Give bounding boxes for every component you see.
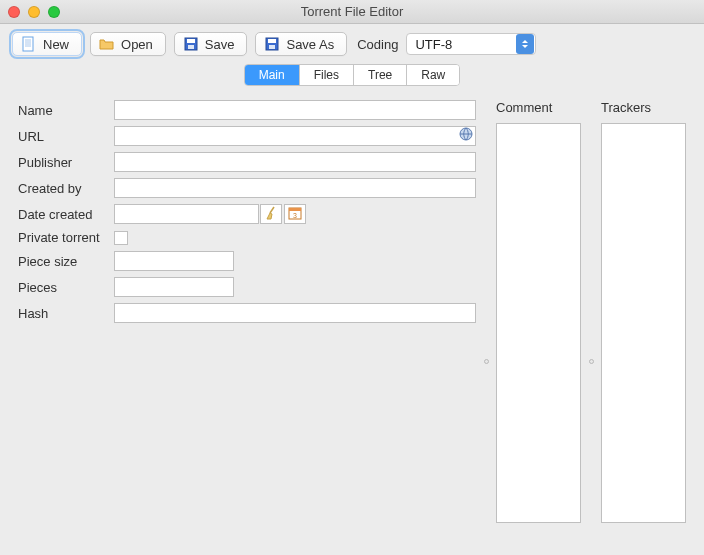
piecesize-input[interactable]: [114, 251, 234, 271]
row-name: Name: [18, 100, 476, 120]
pieces-input[interactable]: [114, 277, 234, 297]
private-checkbox[interactable]: [114, 231, 128, 245]
save-button[interactable]: Save: [174, 32, 248, 56]
resizer-handle-icon: [484, 359, 489, 364]
broom-icon: [265, 206, 277, 223]
tab-main[interactable]: Main: [245, 65, 300, 85]
publisher-label: Publisher: [18, 155, 114, 170]
close-window-button[interactable]: [8, 6, 20, 18]
url-input[interactable]: [114, 126, 476, 146]
svg-line-12: [270, 207, 274, 213]
pane-resizer[interactable]: [587, 100, 595, 523]
datecreated-input[interactable]: [114, 204, 259, 224]
pane-resizer[interactable]: [482, 100, 490, 523]
createdby-input[interactable]: [114, 178, 476, 198]
window-controls: [8, 6, 60, 18]
row-pieces: Pieces: [18, 277, 476, 297]
pieces-label: Pieces: [18, 280, 114, 295]
publisher-input[interactable]: [114, 152, 476, 172]
name-label: Name: [18, 103, 114, 118]
comment-column: Comment: [496, 100, 581, 523]
datecreated-label: Date created: [18, 207, 114, 222]
new-button[interactable]: New: [12, 32, 82, 56]
minimize-window-button[interactable]: [28, 6, 40, 18]
comment-header: Comment: [496, 100, 581, 115]
saveas-button[interactable]: Save As: [255, 32, 347, 56]
private-label: Private torrent: [18, 230, 114, 245]
coding-select-value: UTF-8: [407, 37, 515, 52]
saveas-button-label: Save As: [286, 37, 334, 52]
content: Name URL Publisher Created by Date: [0, 90, 704, 541]
trackers-header: Trackers: [601, 100, 686, 115]
piecesize-label: Piece size: [18, 254, 114, 269]
row-datecreated: Date created 3: [18, 204, 476, 224]
createdby-label: Created by: [18, 181, 114, 196]
svg-rect-9: [268, 39, 276, 43]
svg-rect-7: [188, 45, 194, 49]
svg-rect-14: [289, 208, 301, 211]
tabgroup: Main Files Tree Raw: [244, 64, 461, 86]
tab-raw[interactable]: Raw: [407, 65, 459, 85]
datecreated-calendar-button[interactable]: 3: [284, 204, 306, 224]
trackers-textarea[interactable]: [601, 123, 686, 523]
tab-tree[interactable]: Tree: [354, 65, 407, 85]
coding-label: Coding: [357, 37, 398, 52]
folder-icon: [99, 36, 115, 52]
titlebar: Torrent File Editor: [0, 0, 704, 24]
tab-files[interactable]: Files: [300, 65, 354, 85]
calendar-icon: 3: [288, 206, 302, 223]
maximize-window-button[interactable]: [48, 6, 60, 18]
url-browse-button[interactable]: [458, 127, 474, 143]
hash-input[interactable]: [114, 303, 476, 323]
row-createdby: Created by: [18, 178, 476, 198]
new-button-label: New: [43, 37, 69, 52]
form-area: Name URL Publisher Created by Date: [18, 100, 476, 523]
svg-rect-10: [269, 45, 275, 49]
floppy-icon: [183, 36, 199, 52]
row-hash: Hash: [18, 303, 476, 323]
floppy-icon: [264, 36, 280, 52]
save-button-label: Save: [205, 37, 235, 52]
window-title: Torrent File Editor: [0, 4, 704, 19]
datecreated-clear-button[interactable]: [260, 204, 282, 224]
row-publisher: Publisher: [18, 152, 476, 172]
name-input[interactable]: [114, 100, 476, 120]
hash-label: Hash: [18, 306, 114, 321]
coding-select[interactable]: UTF-8: [406, 33, 536, 55]
row-private: Private torrent: [18, 230, 476, 245]
resizer-handle-icon: [589, 359, 594, 364]
comment-textarea[interactable]: [496, 123, 581, 523]
open-button[interactable]: Open: [90, 32, 166, 56]
open-button-label: Open: [121, 37, 153, 52]
trackers-column: Trackers: [601, 100, 686, 523]
row-url: URL: [18, 126, 476, 146]
svg-rect-6: [187, 39, 195, 43]
tabbar: Main Files Tree Raw: [0, 64, 704, 90]
toolbar: New Open Save Save As Coding UTF-8: [0, 24, 704, 64]
url-label: URL: [18, 129, 114, 144]
svg-text:3: 3: [293, 212, 297, 219]
row-piecesize: Piece size: [18, 251, 476, 271]
document-icon: [21, 36, 37, 52]
globe-icon: [459, 127, 473, 144]
chevron-updown-icon: [516, 34, 534, 54]
